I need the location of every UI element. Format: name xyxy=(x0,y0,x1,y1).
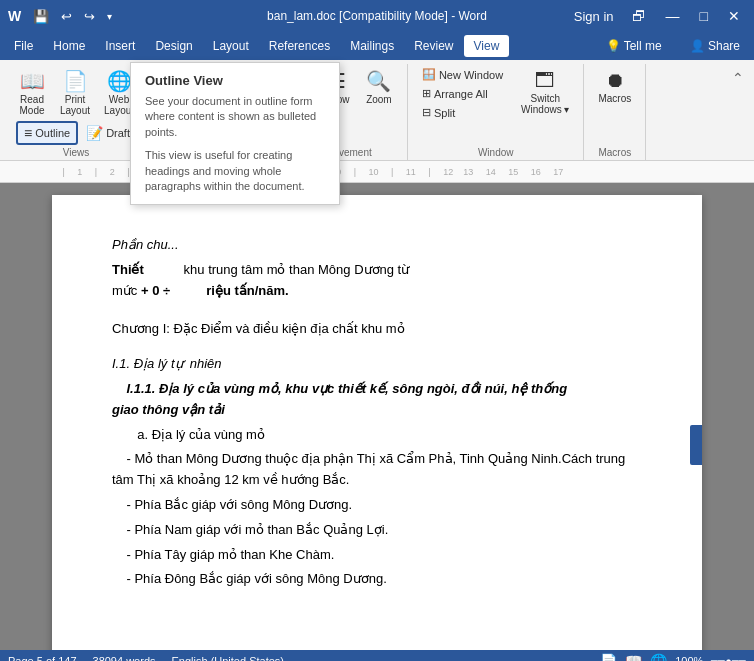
arrange-all-icon: ⊞ xyxy=(422,87,431,100)
tooltip-note: This view is useful for creating heading… xyxy=(145,148,325,194)
views-buttons: 📖 ReadMode 📄 PrintLayout 🌐 WebLayout xyxy=(12,66,140,119)
macros-btn[interactable]: ⏺ Macros xyxy=(592,66,637,107)
print-layout-btn[interactable]: 📄 PrintLayout xyxy=(54,66,96,119)
tooltip-desc1: See your document in outline form where … xyxy=(145,94,325,140)
doc-line-2: Thiết khu trung tâm mỏ than Mông Dương t… xyxy=(112,260,642,302)
restore-btn[interactable]: 🗗 xyxy=(626,6,652,26)
web-layout-icon: 🌐 xyxy=(107,69,132,93)
collapse-ribbon-btn[interactable]: ⌃ xyxy=(726,68,750,88)
maximize-btn[interactable]: □ xyxy=(694,6,714,26)
doc-para-2: - Phía Bắc giáp với sông Mông Dương. xyxy=(112,495,642,516)
macros-icon: ⏺ xyxy=(605,69,625,92)
menu-layout[interactable]: Layout xyxy=(203,35,259,57)
tell-me-btn[interactable]: 💡 Tell me xyxy=(596,35,672,57)
status-bar: Page 5 of 147 38094 words English (Unite… xyxy=(0,650,754,661)
split-btn[interactable]: ⊟ Split xyxy=(416,104,509,121)
arrange-all-label: Arrange All xyxy=(434,88,488,100)
zoom-btn[interactable]: 🔍 Zoom xyxy=(359,66,399,108)
zoom-label: Zoom xyxy=(366,94,392,105)
split-icon: ⊟ xyxy=(422,106,431,119)
signin-btn[interactable]: Sign in xyxy=(570,7,618,26)
ribbon-group-views: 📖 ReadMode 📄 PrintLayout 🌐 WebLayout ≡ O… xyxy=(4,64,149,160)
read-mode-label: ReadMode xyxy=(19,94,44,116)
menu-file[interactable]: File xyxy=(4,35,43,57)
title-text: ban_lam.doc [Compatibility Mode] - Word xyxy=(267,9,487,23)
read-mode-btn[interactable]: 📖 ReadMode xyxy=(12,66,52,119)
doc-para-3: - Phía Nam giáp với mỏ than Bắc Quảng Lợ… xyxy=(112,520,642,541)
title-bar: W 💾 ↩ ↪ ▾ ban_lam.doc [Compatibility Mod… xyxy=(0,0,754,32)
outline-btn[interactable]: ≡ Outline xyxy=(16,121,78,145)
menu-home[interactable]: Home xyxy=(43,35,95,57)
print-layout-label: PrintLayout xyxy=(60,94,90,116)
title-bar-right: Sign in 🗗 — □ ✕ xyxy=(570,6,746,26)
title-bar-left: W 💾 ↩ ↪ ▾ xyxy=(8,7,116,26)
view-mode-web[interactable]: 🌐 xyxy=(650,653,667,661)
minimize-btn[interactable]: — xyxy=(660,6,686,26)
window-group-label: Window xyxy=(478,147,514,160)
save-btn[interactable]: 💾 xyxy=(29,7,53,26)
read-mode-icon: 📖 xyxy=(20,69,45,93)
language: English (United States) xyxy=(172,655,285,661)
doc-para-1: - Mỏ than Mông Dương thuộc địa phận Thị … xyxy=(112,449,642,491)
doc-section-1: I.1. Địa lý tự nhiên xyxy=(112,354,642,375)
new-window-icon: 🪟 xyxy=(422,68,436,81)
word-count: 38094 words xyxy=(93,655,156,661)
menu-insert[interactable]: Insert xyxy=(95,35,145,57)
views-group-label: Views xyxy=(63,147,90,160)
new-window-btn[interactable]: 🪟 New Window xyxy=(416,66,509,83)
doc-line-1: Phần chu... xyxy=(112,235,642,256)
ribbon-group-window: 🪟 New Window ⊞ Arrange All ⊟ Split 🗔 Swi… xyxy=(408,64,585,160)
draft-btn[interactable]: 📝 Draft xyxy=(80,121,136,145)
draft-label: Draft xyxy=(106,127,130,139)
switch-windows-label: SwitchWindows ▾ xyxy=(521,93,569,115)
zoom-icon: 🔍 xyxy=(366,69,391,93)
split-label: Split xyxy=(434,107,455,119)
share-btn[interactable]: 👤 Share xyxy=(680,35,750,57)
macros-buttons: ⏺ Macros xyxy=(592,66,637,145)
menu-bar: File Home Insert Design Layout Reference… xyxy=(0,32,754,60)
doc-para-5: - Phía Đông Bắc giáp với sông Mông Dương… xyxy=(112,569,642,590)
switch-windows-btn[interactable]: 🗔 SwitchWindows ▾ xyxy=(515,66,575,118)
redo-btn[interactable]: ↪ xyxy=(80,7,99,26)
print-layout-icon: 📄 xyxy=(63,69,88,93)
zoom-level: 100% xyxy=(675,655,703,661)
ribbon-groups: 📖 ReadMode 📄 PrintLayout 🌐 WebLayout ≡ O… xyxy=(0,64,754,160)
scroll-indicator[interactable] xyxy=(690,425,702,465)
ribbon-group-macros: ⏺ Macros Macros xyxy=(584,64,646,160)
quick-access-toolbar: W 💾 ↩ ↪ ▾ xyxy=(8,7,116,26)
switch-windows-icon: 🗔 xyxy=(535,69,555,92)
outline-label: Outline xyxy=(35,127,70,139)
arrange-all-btn[interactable]: ⊞ Arrange All xyxy=(416,85,509,102)
menu-mailings[interactable]: Mailings xyxy=(340,35,404,57)
macros-label: Macros xyxy=(598,93,631,104)
window-buttons: 🪟 New Window ⊞ Arrange All ⊟ Split 🗔 Swi… xyxy=(416,66,576,145)
doc-line-2-text: khu trung tâm mỏ than Mông Dương từmức +… xyxy=(112,262,409,298)
close-btn[interactable]: ✕ xyxy=(722,6,746,26)
ruler: | 1 | 2 | 3 | 4 | 5 | 6 | 7 | 8 | 9 | 10… xyxy=(0,161,754,183)
outline-icon: ≡ xyxy=(24,125,32,141)
draft-icon: 📝 xyxy=(86,125,103,141)
view-mode-print[interactable]: 📄 xyxy=(600,653,617,661)
tooltip-popup: Outline View See your document in outlin… xyxy=(130,62,340,205)
customize-btn[interactable]: ▾ xyxy=(103,9,116,24)
status-bar-right: 📄 📖 🌐 100% ━━●━━ xyxy=(600,653,746,661)
undo-btn[interactable]: ↩ xyxy=(57,7,76,26)
new-window-label: New Window xyxy=(439,69,503,81)
menu-view[interactable]: View xyxy=(464,35,510,57)
menu-design[interactable]: Design xyxy=(145,35,202,57)
zoom-slider[interactable]: ━━●━━ xyxy=(711,655,746,662)
document-page: Phần chu... Thiết khu trung tâm mỏ than … xyxy=(52,195,702,650)
menu-references[interactable]: References xyxy=(259,35,340,57)
tooltip-title: Outline View xyxy=(145,73,325,88)
menu-review[interactable]: Review xyxy=(404,35,463,57)
view-mode-read[interactable]: 📖 xyxy=(625,653,642,661)
document-area[interactable]: Phần chu... Thiết khu trung tâm mỏ than … xyxy=(0,183,754,650)
doc-line-2-bold: Thiết xyxy=(112,262,144,277)
macros-group-label: Macros xyxy=(598,147,631,160)
doc-para-4: - Phía Tây giáp mỏ than Khe Chàm. xyxy=(112,545,642,566)
page-info: Page 5 of 147 xyxy=(8,655,77,661)
word-icon: W xyxy=(8,8,21,24)
doc-sub-a: a. Địa lý của vùng mỏ xyxy=(112,425,642,446)
ribbon: 📖 ReadMode 📄 PrintLayout 🌐 WebLayout ≡ O… xyxy=(0,60,754,161)
doc-section-1-1: I.1.1. Địa lý của vùng mỏ, khu vực thiết… xyxy=(112,379,642,421)
